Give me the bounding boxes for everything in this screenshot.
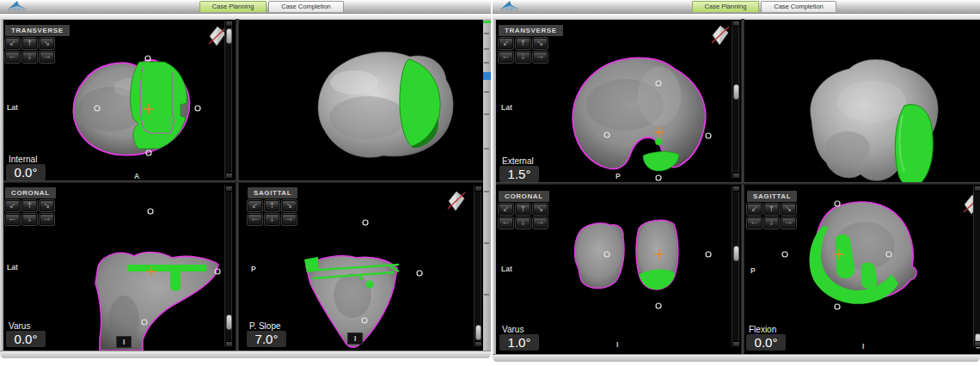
- sagittal-pan-controls: ↙ ↑ ↘ ← ↓ →: [248, 200, 297, 225]
- orientation-label-posterior: P: [750, 266, 756, 275]
- tab-case-planning[interactable]: Case Planning: [692, 1, 759, 12]
- toolbar-status-strip: [483, 21, 491, 23]
- pan-right-button[interactable]: →: [781, 217, 796, 229]
- scrollbar-thumb[interactable]: [475, 325, 481, 340]
- rotation-measure-label: Internal: [9, 155, 37, 164]
- orientation-label-lateral: Lat: [501, 103, 512, 112]
- pan-down-right-button[interactable]: ↘: [533, 38, 548, 49]
- pan-down-button[interactable]: ↓: [22, 52, 37, 63]
- pan-down-button[interactable]: ↓: [516, 217, 530, 229]
- pan-up-button[interactable]: ↑: [22, 200, 37, 211]
- pan-up-button[interactable]: ↑: [265, 200, 279, 211]
- slope-measure-label: P. Slope: [249, 321, 281, 331]
- rotation-measure-value: 1.5°: [499, 166, 539, 182]
- pan-left-button[interactable]: ←: [5, 214, 20, 225]
- implant-peg-dot: [366, 281, 374, 289]
- toolbar-selected-item[interactable]: [483, 72, 491, 80]
- implant-condyle-crescent: [643, 151, 679, 171]
- pan-down-left-button[interactable]: ↙: [248, 200, 262, 211]
- pan-right-button[interactable]: →: [40, 214, 54, 225]
- scrollbar-up-button[interactable]: [732, 186, 740, 192]
- pan-up-button[interactable]: ↑: [22, 38, 37, 49]
- pan-down-right-button[interactable]: ↘: [40, 200, 54, 211]
- implant-overlay-green: [131, 62, 187, 149]
- pan-down-button[interactable]: ↓: [764, 217, 779, 229]
- slice-scrollbar[interactable]: [474, 186, 481, 347]
- bone-3d-femur-view[interactable]: [744, 19, 980, 182]
- scrollbar-up-button[interactable]: [225, 186, 233, 192]
- varus-measure-label: Varus: [502, 325, 524, 334]
- scrollbar-down-button[interactable]: [732, 173, 740, 179]
- transverse-pan-controls: ↙ ↑ ↘ ← ↓ →: [499, 38, 548, 63]
- pan-left-button[interactable]: ←: [499, 52, 513, 63]
- slice-scrollbar[interactable]: [732, 186, 739, 347]
- scrollbar-down-button[interactable]: [225, 173, 233, 179]
- orientation-label-anterior: A: [134, 172, 139, 180]
- tibia-planning-window: MAKO Case Planning Case Completion TRANS…: [0, 0, 491, 358]
- rotation-measure-label: External: [502, 156, 534, 166]
- orientation-label-lateral: Lat: [501, 265, 512, 273]
- varus-measure-value: 1.0°: [499, 334, 539, 351]
- orientation-label-posterior: P: [616, 172, 621, 180]
- scrollbar-down-button[interactable]: [732, 341, 740, 347]
- pan-down-right-button[interactable]: ↘: [533, 204, 548, 215]
- pan-left-button[interactable]: ←: [5, 52, 20, 63]
- tab-case-completion[interactable]: Case Completion: [761, 1, 836, 12]
- pan-down-button[interactable]: ↓: [22, 214, 37, 225]
- scrollbar-up-button[interactable]: [974, 186, 980, 192]
- tab-case-planning[interactable]: Case Planning: [199, 1, 266, 12]
- coronal-pan-controls: ↙ ↑ ↘ ← ↓ →: [5, 200, 54, 225]
- flexion-measure-label: Flexion: [749, 325, 776, 334]
- scrollbar-thumb[interactable]: [226, 28, 232, 44]
- pan-left-button[interactable]: ←: [499, 217, 513, 229]
- mako-logo-text: MAKO: [500, 7, 520, 12]
- cut-plane-icon: [711, 25, 730, 46]
- viewport-divider-vertical: [236, 19, 239, 351]
- implant-3d-green: [895, 105, 933, 182]
- slice-scrollbar[interactable]: [973, 186, 980, 347]
- pan-right-button[interactable]: →: [40, 52, 54, 63]
- pan-down-right-button[interactable]: ↘: [40, 38, 54, 49]
- pan-down-left-button[interactable]: ↙: [499, 38, 513, 49]
- scrollbar-up-button[interactable]: [732, 21, 740, 27]
- pan-down-right-button[interactable]: ↘: [282, 200, 297, 211]
- viewport-title-transverse: TRANSVERSE: [499, 25, 563, 36]
- scrollbar-up-button[interactable]: [475, 186, 482, 192]
- rotation-measure-value: 0.0°: [6, 164, 46, 180]
- pan-down-button[interactable]: ↓: [516, 52, 530, 63]
- orientation-label-inferior: I: [616, 340, 618, 349]
- pan-right-button[interactable]: →: [533, 217, 548, 229]
- tab-case-completion[interactable]: Case Completion: [268, 1, 344, 12]
- viewport-title-coronal: CORONAL: [5, 187, 56, 198]
- slope-measure-value: 7.0°: [247, 331, 286, 347]
- scrollbar-down-button[interactable]: [974, 341, 980, 347]
- pan-down-left-button[interactable]: ↙: [5, 38, 20, 49]
- scrollbar-thumb[interactable]: [733, 246, 739, 261]
- pan-up-button[interactable]: ↑: [516, 38, 530, 49]
- slice-scrollbar[interactable]: [732, 21, 739, 179]
- slice-scrollbar[interactable]: [224, 21, 232, 179]
- pan-left-button[interactable]: ←: [747, 217, 762, 229]
- pan-down-left-button[interactable]: ↙: [5, 200, 20, 211]
- bone-3d-tibia-view[interactable]: [239, 19, 481, 180]
- scrollbar-down-button[interactable]: [225, 341, 233, 347]
- cut-plane-icon: [447, 191, 466, 211]
- pan-down-left-button[interactable]: ↙: [747, 204, 762, 215]
- pan-right-button[interactable]: →: [282, 214, 297, 225]
- cropped-side-toolbar: [483, 19, 491, 351]
- pan-down-left-button[interactable]: ↙: [499, 204, 513, 215]
- pan-left-button[interactable]: ←: [248, 214, 262, 225]
- pan-down-right-button[interactable]: ↘: [781, 204, 796, 215]
- pan-down-button[interactable]: ↓: [265, 214, 279, 225]
- orientation-label-inferior: I: [862, 342, 864, 351]
- pan-up-button[interactable]: ↑: [516, 204, 530, 215]
- scrollbar-down-button[interactable]: [475, 341, 482, 347]
- implant-distal-band: [640, 270, 675, 290]
- scrollbar-up-button[interactable]: [225, 21, 233, 27]
- viewport-divider-vertical: [741, 19, 744, 354]
- scrollbar-thumb[interactable]: [226, 314, 232, 330]
- pan-right-button[interactable]: →: [533, 52, 548, 63]
- scrollbar-thumb[interactable]: [733, 84, 739, 100]
- slice-scrollbar[interactable]: [224, 186, 232, 347]
- pan-up-button[interactable]: ↑: [764, 204, 779, 215]
